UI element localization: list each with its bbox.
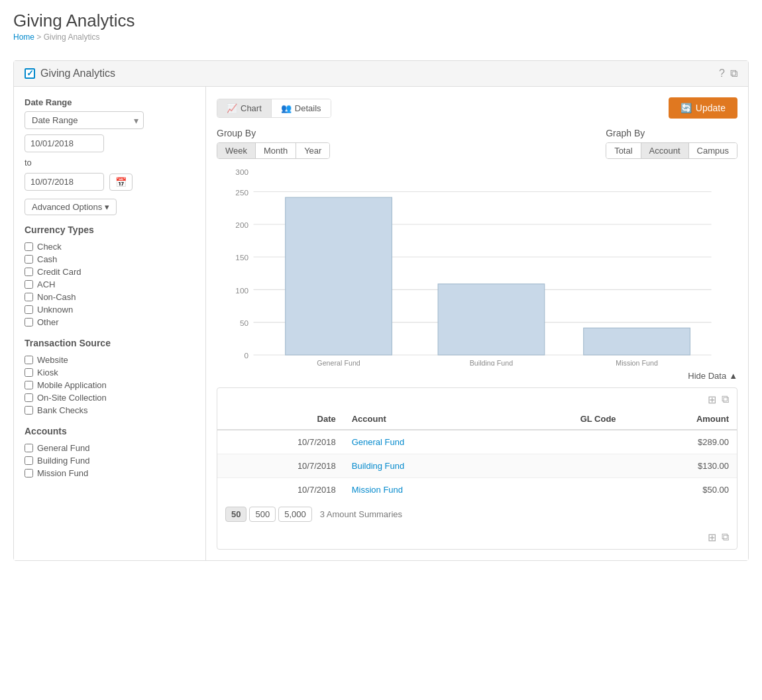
non-cash-checkbox[interactable]	[25, 293, 33, 301]
cash-checkbox[interactable]	[25, 255, 33, 264]
other-checkbox[interactable]	[25, 318, 33, 326]
graph-by-section: Graph By Total Account Campus	[606, 128, 737, 159]
breadcrumb: Home > Giving Analytics	[13, 32, 749, 42]
row3-account[interactable]: Mission Fund	[344, 478, 504, 502]
check-checkbox[interactable]	[25, 242, 33, 251]
graph-by-buttons: Total Account Campus	[606, 142, 737, 159]
date-to-input[interactable]	[25, 173, 104, 191]
group-by-week[interactable]: Week	[217, 143, 256, 158]
source-mobile: Mobile Application	[25, 379, 195, 391]
tab-chart-label: Chart	[241, 103, 262, 113]
mobile-checkbox[interactable]	[25, 381, 33, 389]
copy-icon-top[interactable]: ⧉	[722, 393, 729, 406]
sidebar: Date Range Date Range to 📅 Advanced Opti…	[14, 87, 206, 560]
bar-building-fund	[438, 284, 545, 355]
table-row: 10/7/2018 General Fund $289.00	[217, 430, 737, 454]
grid-icon-bottom[interactable]: ⊞	[708, 531, 716, 544]
hide-data-button[interactable]: Hide Data ▲	[688, 371, 737, 381]
currency-types-title: Currency Types	[25, 225, 195, 235]
main-content: 📈 Chart 👥 Details 🔄 Update Group By	[206, 87, 748, 560]
tab-chart[interactable]: 📈 Chart	[217, 99, 272, 117]
row2-date: 10/7/2018	[217, 454, 344, 478]
clipboard-icon[interactable]: ⧉	[730, 68, 737, 79]
svg-text:200: 200	[235, 221, 248, 229]
currency-cash: Cash	[25, 253, 195, 266]
date-from-input[interactable]	[25, 134, 104, 152]
advanced-options-label: Advanced Options	[32, 202, 102, 212]
graph-by-label: Graph By	[606, 128, 737, 138]
onsite-checkbox[interactable]	[25, 393, 33, 402]
group-by-year[interactable]: Year	[296, 143, 329, 158]
pagination-500[interactable]: 500	[249, 507, 276, 522]
date-from-row	[25, 134, 195, 152]
credit-card-checkbox[interactable]	[25, 268, 33, 276]
row2-account[interactable]: Building Fund	[344, 454, 504, 478]
pagination-row: 50 500 5,000 3 Amount Summaries	[217, 501, 737, 527]
svg-text:0: 0	[244, 351, 248, 360]
breadcrumb-home[interactable]: Home	[13, 32, 34, 42]
advanced-options-button[interactable]: Advanced Options ▾	[25, 199, 117, 215]
row1-account[interactable]: General Fund	[344, 430, 504, 454]
graph-by-campus[interactable]: Campus	[689, 143, 737, 158]
pagination-5000[interactable]: 5,000	[278, 507, 312, 522]
panel-body: Date Range Date Range to 📅 Advanced Opti…	[14, 87, 748, 560]
row1-gl-code	[504, 430, 624, 454]
bank-checks-checkbox[interactable]	[25, 406, 33, 415]
date-range-select[interactable]: Date Range	[25, 111, 144, 129]
grid-icon-top[interactable]: ⊞	[708, 393, 716, 406]
transaction-sources-list: Website Kiosk Mobile Application On-Site…	[25, 354, 195, 417]
graph-by-total[interactable]: Total	[606, 143, 641, 158]
col-amount: Amount	[624, 409, 737, 430]
accounts-list: General Fund Building Fund Mission Fund	[25, 442, 195, 479]
bar-mission-fund	[584, 328, 690, 355]
date-to-label: to	[25, 158, 32, 168]
update-button[interactable]: 🔄 Update	[669, 97, 737, 119]
svg-text:150: 150	[235, 253, 248, 262]
row1-date: 10/7/2018	[217, 430, 344, 454]
unknown-checkbox[interactable]	[25, 305, 33, 314]
svg-text:250: 250	[235, 188, 248, 197]
row3-date: 10/7/2018	[217, 478, 344, 502]
details-icon: 👥	[281, 103, 292, 113]
calendar-button[interactable]: 📅	[109, 174, 133, 191]
building-fund-checkbox[interactable]	[25, 456, 33, 465]
panel-heading: Giving Analytics ? ⧉	[14, 61, 748, 87]
graph-by-account[interactable]: Account	[641, 143, 689, 158]
page-title: Giving Analytics	[13, 11, 749, 31]
pagination-50[interactable]: 50	[225, 507, 246, 522]
svg-text:Building Fund: Building Fund	[470, 359, 513, 366]
copy-icon-bottom[interactable]: ⧉	[722, 531, 729, 544]
row2-gl-code	[504, 454, 624, 478]
help-icon[interactable]: ?	[719, 68, 725, 79]
group-by-buttons: Week Month Year	[217, 142, 330, 159]
bar-general-fund	[286, 197, 392, 355]
mission-fund-checkbox[interactable]	[25, 469, 33, 477]
tab-details[interactable]: 👥 Details	[272, 99, 331, 117]
source-bank-checks: Bank Checks	[25, 404, 195, 417]
account-mission-fund: Mission Fund	[25, 467, 195, 479]
date-to-input-row: 📅	[25, 173, 195, 191]
data-table-footer-actions: ⊞ ⧉	[217, 527, 737, 549]
date-to-row: to	[25, 158, 195, 168]
panel-checkbox-icon[interactable]	[25, 68, 35, 79]
group-by-month[interactable]: Month	[256, 143, 296, 158]
date-range-label: Date Range	[25, 97, 195, 107]
website-checkbox[interactable]	[25, 356, 33, 364]
col-gl-code: GL Code	[504, 409, 624, 430]
ach-checkbox[interactable]	[25, 280, 33, 289]
svg-text:300: 300	[235, 168, 248, 176]
update-label: Update	[696, 103, 726, 113]
currency-non-cash: Non-Cash	[25, 291, 195, 303]
currency-types-list: Check Cash Credit Card ACH Non-Cash Unkn…	[25, 240, 195, 328]
data-table-section: ⊞ ⧉ Date Account GL Code Amount	[217, 387, 737, 550]
account-building-fund: Building Fund	[25, 454, 195, 467]
kiosk-checkbox[interactable]	[25, 368, 33, 377]
svg-text:100: 100	[235, 286, 248, 295]
general-fund-checkbox[interactable]	[25, 444, 33, 452]
refresh-icon: 🔄	[680, 103, 692, 113]
group-by-section: Group By Week Month Year	[217, 128, 330, 159]
group-by-row: Group By Week Month Year Graph By Total …	[217, 128, 737, 159]
source-onsite: On-Site Collection	[25, 391, 195, 404]
col-account: Account	[344, 409, 504, 430]
tabs-row: 📈 Chart 👥 Details 🔄 Update	[217, 97, 737, 119]
